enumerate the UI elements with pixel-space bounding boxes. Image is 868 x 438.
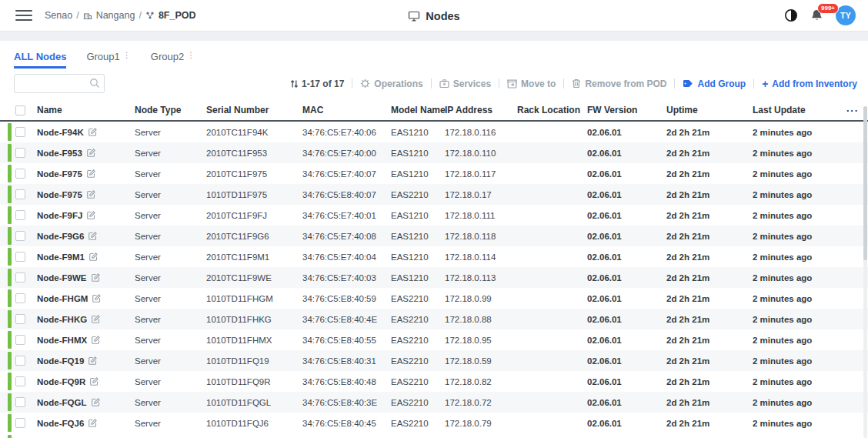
sort-icon[interactable] <box>290 79 299 89</box>
tab-menu-icon[interactable]: ⋮ <box>123 51 131 60</box>
edit-node-icon[interactable] <box>92 273 100 282</box>
operations-button[interactable]: Operations <box>360 79 422 89</box>
add-from-inventory-label: Add from Inventory <box>772 79 857 89</box>
node-type-cell: Server <box>135 211 206 220</box>
table-row[interactable]: Node-F9M1 Server 2010TC11F9M1 34:76:C5:E… <box>0 246 868 267</box>
remove-from-pod-button[interactable]: Remove from POD <box>572 79 666 89</box>
node-name-cell: Node-FHGM <box>37 294 135 303</box>
ip-address-cell: 172.18.0.17 <box>445 190 517 199</box>
table-row[interactable]: Node-FQ9R Server 1010TD11FQ9R 34:76:C5:E… <box>0 371 868 392</box>
breadcrumb: Senao / Nangang / 8F_POD <box>45 10 196 21</box>
edit-node-icon[interactable] <box>87 190 95 199</box>
edit-node-icon[interactable] <box>87 169 95 178</box>
model-name-cell: EAS1210 <box>391 252 445 262</box>
fw-version-cell: 02.06.01 <box>587 398 666 407</box>
tab-all-nodes[interactable]: ALL Nodes <box>14 51 66 69</box>
scrollbar-thumb[interactable] <box>863 106 867 260</box>
add-group-button[interactable]: Add Group <box>683 79 746 89</box>
row-checkbox-cell <box>15 127 37 137</box>
table-row[interactable]: Node-FHKG Server 1010TD11FHKG 34:76:C5:E… <box>0 309 868 329</box>
tab-label: ALL Nodes <box>14 51 66 62</box>
edit-node-icon[interactable] <box>89 252 98 261</box>
node-name: Node-F9G6 <box>37 232 84 241</box>
operations-label: Operations <box>374 79 422 89</box>
edit-node-icon[interactable] <box>88 128 97 136</box>
table-row[interactable]: Node-F9WE Server 2010TC11F9WE 34:76:C5:E… <box>0 267 868 288</box>
edit-node-icon[interactable] <box>87 211 95 219</box>
fw-version-cell: 02.06.01 <box>587 232 666 241</box>
table-row[interactable]: Node-F9FJ Server 2010TC11F9FJ 34:76:C5:E… <box>0 205 868 226</box>
table-row[interactable]: Node-FQ19 Server 1010TD11FQ19 34:76:C5:E… <box>0 350 868 371</box>
edit-node-icon[interactable] <box>92 398 100 406</box>
mac-cell: 34:76:C5:E7:40:00 <box>302 149 391 158</box>
uptime-cell: 2d 2h 21m <box>666 252 753 262</box>
breadcrumb-pod[interactable]: 8F_POD <box>159 10 196 21</box>
row-checkbox[interactable] <box>15 397 25 407</box>
edit-node-icon[interactable] <box>92 294 101 303</box>
operations-gear-icon <box>360 79 370 89</box>
node-type-cell: Server <box>135 398 206 407</box>
row-checkbox[interactable] <box>15 210 25 220</box>
row-checkbox[interactable] <box>15 376 25 386</box>
notifications-bell-icon[interactable]: 999+ <box>810 8 823 22</box>
row-checkbox[interactable] <box>15 169 25 179</box>
table-row[interactable]: Node-FQJ6 Server 1010TD11FQJ6 34:76:C5:E… <box>0 413 868 433</box>
edit-node-icon[interactable] <box>87 149 95 157</box>
contrast-toggle-icon[interactable] <box>784 8 798 22</box>
row-checkbox[interactable] <box>15 148 25 158</box>
table-row[interactable]: Node-F94K Server 2010TC11F94K 34:76:C5:E… <box>0 122 868 142</box>
row-checkbox[interactable] <box>15 127 25 137</box>
uptime-cell: 2d 2h 21m <box>666 419 753 428</box>
edit-node-icon[interactable] <box>90 377 98 386</box>
fw-version-cell: 02.06.01 <box>587 169 666 179</box>
edit-node-icon[interactable] <box>88 232 97 240</box>
services-button[interactable]: Services <box>439 79 491 89</box>
row-checkbox[interactable] <box>15 314 25 324</box>
status-indicator <box>8 144 12 162</box>
selection-count: 1-17 of 17 <box>290 79 344 89</box>
tag-icon <box>683 79 693 88</box>
row-checkbox[interactable] <box>15 231 25 241</box>
edit-node-icon[interactable] <box>88 356 97 365</box>
add-from-inventory-button[interactable]: + Add from Inventory <box>762 79 857 89</box>
table-row[interactable]: Node-FQGL Server 1010TD11FQGL 34:76:C5:E… <box>0 392 868 413</box>
table-row[interactable]: Node-FHMX Server 1010TD11FHMX 34:76:C5:E… <box>0 329 868 350</box>
breadcrumb-building[interactable]: Nangang <box>96 10 135 21</box>
status-indicator <box>8 248 12 266</box>
row-checkbox[interactable] <box>15 335 25 345</box>
row-checkbox[interactable] <box>15 252 25 262</box>
tab-label: Group2 <box>151 51 184 62</box>
row-checkbox[interactable] <box>15 356 25 366</box>
search-box <box>14 74 105 93</box>
row-checkbox-cell <box>15 356 37 366</box>
last-update-cell: 2 minutes ago <box>753 232 846 241</box>
row-checkbox[interactable] <box>15 293 25 303</box>
edit-node-icon[interactable] <box>88 419 97 427</box>
last-update-cell: 2 minutes ago <box>753 149 846 158</box>
table-row[interactable]: Node-FHGM Server 1010TD11FHGM 34:76:C5:E… <box>0 288 868 309</box>
tab-group2[interactable]: Group2 ⋮ <box>151 51 195 69</box>
select-all-checkbox[interactable] <box>15 105 25 115</box>
ip-address-cell: 172.18.0.116 <box>445 128 517 137</box>
tab-menu-icon[interactable]: ⋮ <box>187 51 195 60</box>
table-row[interactable]: Node-F975 Server 1010TD11F975 34:76:C5:E… <box>0 184 868 205</box>
fw-version-cell: 02.06.01 <box>587 419 666 428</box>
move-to-button[interactable]: Move to <box>507 79 556 89</box>
edit-node-icon[interactable] <box>92 336 100 344</box>
tab-group1[interactable]: Group1 ⋮ <box>86 51 130 69</box>
breadcrumb-site[interactable]: Senao <box>45 10 72 21</box>
table-row[interactable]: Node-F953 Server 2010TC11F953 34:76:C5:E… <box>0 142 868 163</box>
row-checkbox[interactable] <box>15 189 25 199</box>
table-row[interactable]: Node-F975 Server 2010TC11F975 34:76:C5:E… <box>0 163 868 184</box>
mac-cell: 34:76:C5:E7:40:08 <box>302 232 391 241</box>
status-indicator <box>8 186 12 203</box>
model-name-cell: EAS2210 <box>391 315 445 324</box>
fw-version-cell: 02.06.01 <box>587 149 666 158</box>
row-checkbox[interactable] <box>15 272 25 283</box>
table-row[interactable]: Node-F9G6 Server 2010TC11F9G6 34:76:C5:E… <box>0 226 868 246</box>
row-checkbox[interactable] <box>15 418 25 428</box>
menu-icon[interactable] <box>15 7 32 24</box>
edit-node-icon[interactable] <box>92 315 100 323</box>
serial-number-cell: 2010TC11F94K <box>206 128 302 137</box>
last-update-cell: 2 minutes ago <box>753 273 846 283</box>
